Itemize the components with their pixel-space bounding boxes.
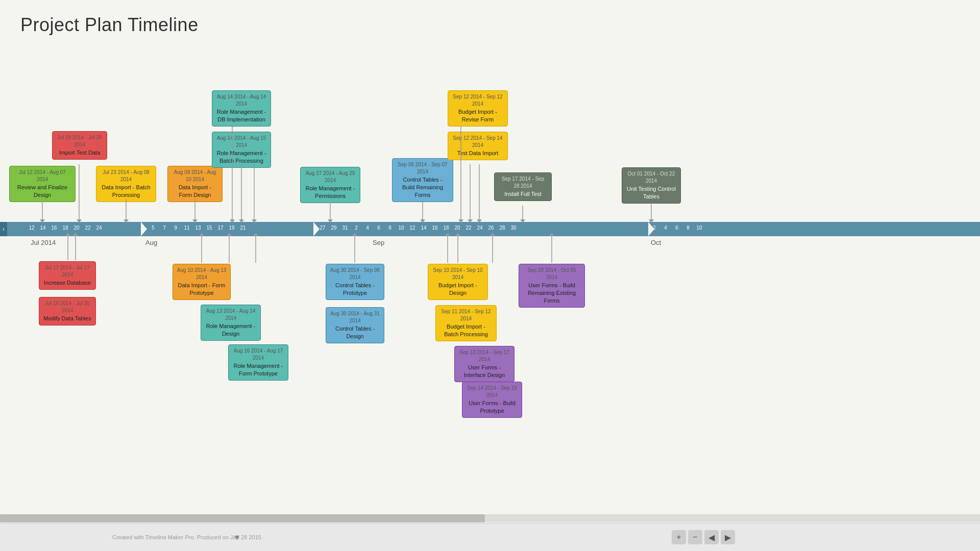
month-oct: Oct — [651, 239, 661, 246]
task-control-tables-design[interactable]: Aug 30 2014 - Aug 31 2014 Control Tables… — [326, 307, 384, 343]
task-date: Aug 10 2014 - Aug 13 2014 — [177, 267, 227, 281]
task-date: Jul 18 2014 - Jul 20 2014 — [43, 300, 92, 314]
tick-10-oct: 10 — [696, 225, 702, 231]
task-date: Jul 18 2014 - Jul 20 2014 — [56, 134, 103, 148]
task-role-mgmt-design[interactable]: Aug 13 2014 - Aug 14 2014 Role Managemen… — [201, 305, 261, 341]
task-label: Increase Database — [44, 280, 91, 286]
task-date: Aug 27 2014 - Aug 29 2014 — [304, 170, 356, 184]
zoom-in-button[interactable]: + — [672, 530, 686, 544]
tick-14-sep: 14 — [421, 225, 426, 231]
pan-right-button[interactable]: ▶ — [721, 530, 735, 544]
task-import-test[interactable]: Jul 18 2014 - Jul 20 2014 Import Test Da… — [52, 131, 107, 160]
task-label: Test Data Import — [457, 150, 499, 156]
tick-12-sep: 12 — [409, 225, 415, 231]
tick-28-sep: 28 — [499, 225, 505, 231]
tick-22-sep: 22 — [465, 225, 471, 231]
tick-14: 14 — [40, 225, 45, 231]
task-date: Aug 09 2014 - Aug 10 2014 — [172, 169, 218, 183]
task-label: Role Management - Form Prototype — [234, 363, 283, 377]
task-label: User Forms - Build Remaining Existing Fo… — [528, 282, 576, 304]
task-label: Control Tables - Prototype — [335, 282, 375, 296]
task-label: Data Import - Batch Processing — [102, 184, 150, 198]
task-user-forms-proto[interactable]: Sep 14 2014 - Sep 19 2014 User Forms - B… — [462, 382, 522, 418]
pan-left-button[interactable]: ◀ — [704, 530, 719, 544]
task-label: Role Management - DB Implementation — [217, 109, 266, 122]
tick-31: 31 — [342, 225, 348, 231]
zoom-out-button[interactable]: − — [688, 530, 702, 544]
task-unit-test-control[interactable]: Oct 01 2014 - Oct 22 2014 Unit Testing C… — [622, 167, 681, 204]
task-review-finalize[interactable]: Jul 12 2014 - Aug 07 2014 Review and Fin… — [9, 166, 76, 202]
task-label: Control Tables - Design — [335, 325, 375, 339]
tick-18: 18 — [62, 225, 68, 231]
tick-15: 15 — [206, 225, 212, 231]
task-data-import-form-proto[interactable]: Aug 10 2014 - Aug 13 2014 Data Import - … — [173, 264, 231, 300]
task-label: Data Import - Form Design — [179, 184, 211, 198]
month-sep: Sep — [373, 239, 384, 246]
task-label: Data Import - Form Prototype — [178, 282, 226, 296]
tick-6-sep: 6 — [377, 225, 380, 231]
task-budget-design[interactable]: Sep 10 2014 - Sep 10 2014 Budget Import … — [428, 264, 488, 300]
task-label: User Forms - Build Prototype — [469, 400, 516, 414]
tick-5: 5 — [152, 225, 155, 231]
task-user-forms-remaining[interactable]: Sep 20 2014 - Oct 05 2014 User Forms - B… — [519, 264, 585, 308]
tick-24: 24 — [96, 225, 102, 231]
task-date: Jul 23 2014 - Aug 08 2014 — [100, 169, 152, 183]
task-role-mgmt-batch[interactable]: Aug 14 2014 - Aug 15 2014 Role Managemen… — [212, 132, 271, 168]
tick-11: 11 — [184, 225, 189, 231]
tick-17: 17 — [217, 225, 223, 231]
task-modify-data[interactable]: Jul 18 2014 - Jul 20 2014 Modify Data Ta… — [39, 297, 96, 325]
timeline-area: ‹ 12 14 16 18 20 22 24 5 7 9 11 13 15 17… — [0, 41, 980, 520]
task-label: Import Test Data — [59, 149, 101, 156]
task-date: Jul 12 2014 - Aug 07 2014 — [13, 169, 71, 183]
task-label: Budget Import - Batch Processing — [444, 323, 488, 337]
task-date: Aug 14 2014 - Aug 14 2014 — [216, 93, 267, 107]
month-sep-aug-sep — [313, 222, 320, 236]
tick-19: 19 — [229, 225, 234, 231]
task-date: Sep 20 2014 - Oct 05 2014 — [523, 267, 581, 281]
tick-30-sep: 30 — [510, 225, 516, 231]
task-data-import-batch-above[interactable]: Jul 23 2014 - Aug 08 2014 Data Import - … — [96, 166, 156, 202]
task-control-tables-proto[interactable]: Aug 30 2014 - Sep 06 2014 Control Tables… — [326, 264, 384, 300]
timeline-left-nav[interactable]: ‹ — [0, 222, 7, 236]
tick-16-sep: 16 — [432, 225, 437, 231]
task-install-full-test[interactable]: Sep 17 2014 - Sep 28 2014 Install Full T… — [494, 172, 552, 201]
scroll-down-indicator[interactable]: ▾ — [235, 532, 239, 543]
tick-7: 7 — [163, 225, 166, 231]
nav-controls: + − ◀ ▶ — [672, 530, 735, 544]
page-title: Project Plan Timeline — [20, 14, 199, 36]
task-label: Budget Import - Revise Form — [458, 109, 497, 122]
task-role-mgmt-db[interactable]: Aug 14 2014 - Aug 14 2014 Role Managemen… — [212, 90, 271, 127]
task-test-data-import[interactable]: Sep 12 2014 - Sep 14 2014 Test Data Impo… — [448, 132, 508, 160]
tick-2-sep: 2 — [355, 225, 358, 231]
task-budget-batch[interactable]: Sep 11 2014 - Sep 12 2014 Budget Import … — [435, 305, 497, 341]
task-label: Unit Testing Control Tables — [627, 186, 676, 199]
task-label: Control Tables - Build Remaining Forms — [402, 177, 443, 198]
task-label: Install Full Test — [504, 191, 542, 197]
task-date: Sep 14 2014 - Sep 19 2014 — [466, 385, 518, 398]
scrollbar-thumb[interactable] — [0, 514, 485, 522]
task-label: Budget Import - Design — [438, 282, 477, 296]
task-date: Aug 16 2014 - Aug 17 2014 — [232, 347, 284, 361]
tick-26-sep: 26 — [488, 225, 494, 231]
task-control-tables-remaining[interactable]: Sep 06 2014 - Sep 07 2014 Control Tables… — [392, 158, 453, 202]
task-increase-database[interactable]: Jul 17 2014 - Jul 17 2014 Increase Datab… — [39, 261, 96, 290]
task-date: Aug 30 2014 - Aug 31 2014 — [330, 310, 380, 324]
month-jul: Jul 2014 — [31, 239, 56, 246]
tick-29: 29 — [331, 225, 336, 231]
tick-20-sep: 20 — [454, 225, 460, 231]
task-date: Sep 06 2014 - Sep 07 2014 — [396, 161, 449, 175]
task-user-forms-interface[interactable]: Sep 13 2014 - Sep 17 2014 User Forms - I… — [454, 346, 514, 382]
tick-16: 16 — [51, 225, 57, 231]
task-date: Sep 17 2014 - Sep 28 2014 — [498, 176, 548, 189]
task-role-mgmt-form-proto[interactable]: Aug 16 2014 - Aug 17 2014 Role Managemen… — [228, 344, 288, 381]
tick-24-sep: 24 — [477, 225, 482, 231]
task-date: Sep 12 2014 - Sep 12 2014 — [452, 93, 504, 107]
task-role-mgmt-perms[interactable]: Aug 27 2014 - Aug 29 2014 Role Managemen… — [300, 167, 360, 203]
task-data-import-form-above[interactable]: Aug 09 2014 - Aug 10 2014 Data Import - … — [167, 166, 223, 202]
task-budget-revise[interactable]: Sep 12 2014 - Sep 12 2014 Budget Import … — [448, 90, 508, 127]
scrollbar-track[interactable] — [0, 514, 980, 522]
tick-18-sep: 18 — [443, 225, 449, 231]
tick-4-sep: 4 — [366, 225, 369, 231]
task-date: Sep 11 2014 - Sep 12 2014 — [439, 308, 493, 322]
tick-21: 21 — [240, 225, 246, 231]
